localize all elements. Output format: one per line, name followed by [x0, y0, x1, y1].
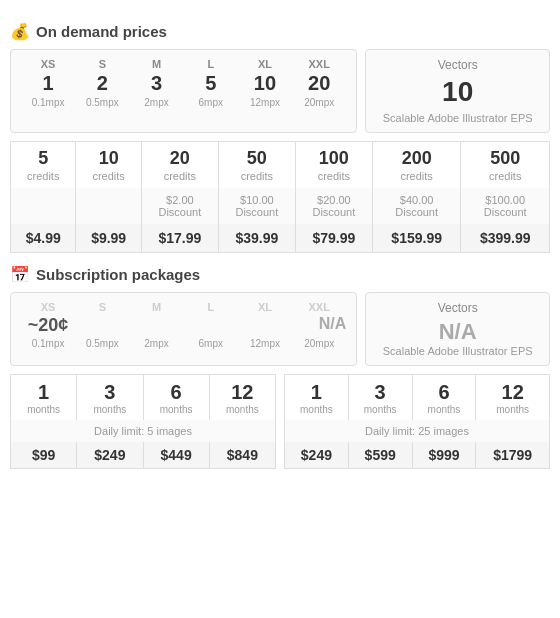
discount-amt-4: $20.00 — [300, 194, 368, 206]
credit-amount-cell-6: 500credits — [461, 142, 550, 188]
mpx-m: 2mpx — [129, 97, 183, 108]
subscription-tables: 1months3months6months12monthsDaily limit… — [10, 374, 550, 469]
mpx-xl: 12mpx — [238, 97, 292, 108]
credits-table: 5credits10credits20credits50credits100cr… — [10, 141, 550, 253]
subscription-top-row: XS S M L XL XXL ~20¢ N/A 0.1mpx 0.5mpx 2… — [10, 292, 550, 366]
subscription-icon: 📅 — [10, 265, 30, 284]
credit-price-cell-4: $79.99 — [295, 224, 372, 253]
credit-price-0: $4.99 — [15, 230, 71, 246]
size-s-label: S — [75, 58, 129, 70]
mpx-s: 0.5mpx — [75, 97, 129, 108]
sub-price-cell-2: $999 — [412, 442, 476, 469]
credit-label-2: credits — [146, 170, 214, 182]
sub-month-cell-0: 1months — [285, 374, 349, 420]
sub-mpx-m: 2mpx — [129, 338, 183, 349]
sub-price-cell-3: $1799 — [476, 442, 550, 469]
sub-mpx-xxl: 20mpx — [292, 338, 346, 349]
credit-price-cell-2: $17.99 — [141, 224, 218, 253]
size-l-val: 5 — [184, 72, 238, 95]
vectors-value: 10 — [376, 76, 539, 108]
sub-months-lbl-1: months — [80, 404, 139, 415]
sub-months-val-0: 1 — [14, 380, 73, 404]
credit-amount-5: 200 — [377, 148, 457, 170]
sub-month-cell-3: 12months — [476, 374, 550, 420]
discount-amt-6: $100.00 — [465, 194, 545, 206]
sub-sizes-mpx: 0.1mpx 0.5mpx 2mpx 6mpx 12mpx 20mpx — [21, 338, 346, 349]
sub-limit-cell: Daily limit: 5 images — [11, 420, 276, 442]
credit-price-cell-1: $9.99 — [76, 224, 141, 253]
sub-months-val-1: 3 — [80, 380, 139, 404]
credit-discount-cell-2: $2.00Discount — [141, 188, 218, 224]
credit-price-cell-0: $4.99 — [11, 224, 76, 253]
credit-price-cell-5: $159.99 — [372, 224, 461, 253]
sub-na-val: N/A — [184, 315, 347, 336]
sub-price-cell-0: $99 — [11, 442, 77, 469]
discount-amt-2: $2.00 — [146, 194, 214, 206]
sub-months-val-2: 6 — [147, 380, 206, 404]
credit-label-6: credits — [465, 170, 545, 182]
credit-label-1: credits — [80, 170, 136, 182]
vectors-desc: Scalable Adobe Illustrator EPS — [376, 112, 539, 124]
vectors-title: Vectors — [376, 58, 539, 72]
sub-mpx-xs: 0.1mpx — [21, 338, 75, 349]
sub-size-xs: XS — [21, 301, 75, 313]
on-demand-icon: 💰 — [10, 22, 30, 41]
credit-label-4: credits — [300, 170, 368, 182]
size-xxl-val: 20 — [292, 72, 346, 95]
discount-amt-5: $40.00 — [377, 194, 457, 206]
size-m-label: M — [129, 58, 183, 70]
on-demand-vectors-box: Vectors 10 Scalable Adobe Illustrator EP… — [365, 49, 550, 133]
subscription-title: 📅 Subscription packages — [10, 265, 550, 284]
subscription-sizes-box: XS S M L XL XXL ~20¢ N/A 0.1mpx 0.5mpx 2… — [10, 292, 357, 366]
sub-mpx-s: 0.5mpx — [75, 338, 129, 349]
discount-lbl-3: Discount — [223, 206, 291, 218]
sub-months-lbl-3: months — [479, 404, 546, 415]
discount-lbl-6: Discount — [465, 206, 545, 218]
subscription-group2-table: 1months3months6months12monthsDaily limit… — [284, 374, 550, 469]
sub-month-cell-1: 3months — [77, 374, 143, 420]
sub-size-l: L — [184, 301, 238, 313]
credit-price-cell-6: $399.99 — [461, 224, 550, 253]
credit-price-1: $9.99 — [80, 230, 136, 246]
size-xl-label: XL — [238, 58, 292, 70]
credit-amount-3: 50 — [223, 148, 291, 170]
sub-size-xxl: XXL — [292, 301, 346, 313]
sub-vectors-na: N/A — [376, 319, 539, 345]
sub-month-cell-2: 6months — [412, 374, 476, 420]
credit-amount-0: 5 — [15, 148, 71, 170]
size-m-val: 3 — [129, 72, 183, 95]
credit-label-3: credits — [223, 170, 291, 182]
sub-size-s: S — [75, 301, 129, 313]
sub-vectors-desc: Scalable Adobe Illustrator EPS — [376, 345, 539, 357]
mpx-l: 6mpx — [184, 97, 238, 108]
sizes-header: XS S M L XL XXL — [21, 58, 346, 70]
size-xxl-label: XXL — [292, 58, 346, 70]
sub-month-cell-3: 12months — [209, 374, 275, 420]
sub-months-val-3: 12 — [213, 380, 272, 404]
sub-mpx-l: 6mpx — [184, 338, 238, 349]
credit-discount-cell-0 — [11, 188, 76, 224]
size-xs-val: 1 — [21, 72, 75, 95]
sub-months-lbl-2: months — [147, 404, 206, 415]
credit-label-5: credits — [377, 170, 457, 182]
discount-amt-3: $10.00 — [223, 194, 291, 206]
discount-lbl-2: Discount — [146, 206, 214, 218]
sub-size-xl: XL — [238, 301, 292, 313]
sub-price-approx: ~20¢ — [21, 315, 75, 336]
credit-price-cell-3: $39.99 — [218, 224, 295, 253]
credit-amount-cell-2: 20credits — [141, 142, 218, 188]
sub-months-lbl-1: months — [352, 404, 409, 415]
credit-price-5: $159.99 — [377, 230, 457, 246]
sub-months-lbl-3: months — [213, 404, 272, 415]
sub-months-val-2: 6 — [416, 380, 473, 404]
credit-discount-cell-6: $100.00Discount — [461, 188, 550, 224]
sizes-values: 1 2 3 5 10 20 — [21, 72, 346, 95]
discount-lbl-4: Discount — [300, 206, 368, 218]
credit-discount-cell-5: $40.00Discount — [372, 188, 461, 224]
mpx-xs: 0.1mpx — [21, 97, 75, 108]
credit-price-4: $79.99 — [300, 230, 368, 246]
credit-amount-1: 10 — [80, 148, 136, 170]
sub-price-cell-1: $249 — [77, 442, 143, 469]
sub-months-lbl-0: months — [288, 404, 345, 415]
sub-price-cell-2: $449 — [143, 442, 209, 469]
